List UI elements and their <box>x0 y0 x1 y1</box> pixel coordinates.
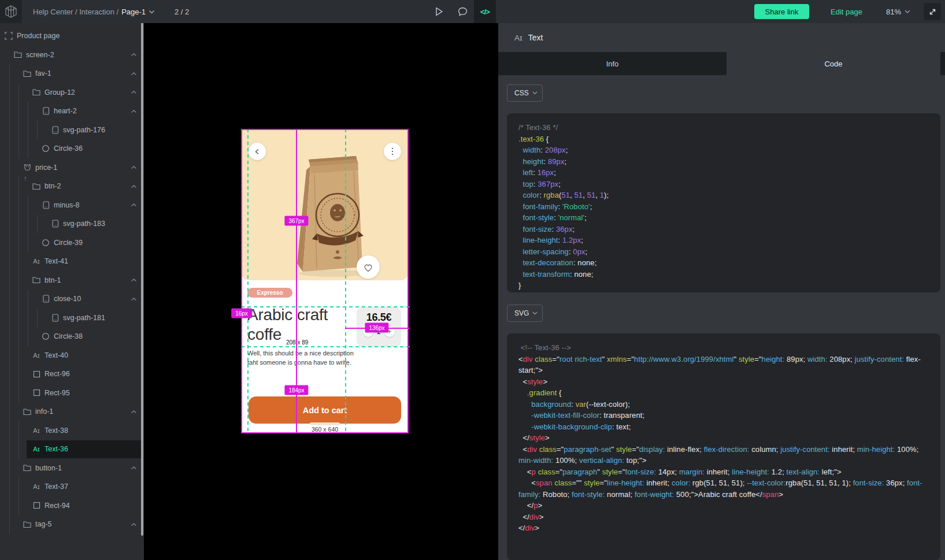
heart-icon <box>362 262 374 273</box>
code-line: -webkit-text-fill-color: transparent; <box>518 410 929 421</box>
indent-guide <box>9 196 10 215</box>
layer-row-close-10[interactable]: close-10 <box>0 290 144 309</box>
collapse-chevron-icon[interactable] <box>131 466 137 470</box>
layer-label: Group-12 <box>45 88 75 97</box>
layer-label: Text-37 <box>45 483 68 491</box>
layer-row-button-1[interactable]: button-1 <box>0 459 144 478</box>
collapse-chevron-icon[interactable] <box>131 203 137 207</box>
css-language-value: CSS <box>514 89 529 97</box>
layer-row-circle-36[interactable]: Circle-36 <box>0 139 144 158</box>
mask-layer-icon <box>23 164 31 172</box>
layer-label: svg-path-176 <box>63 126 105 134</box>
layer-row-btn-1[interactable]: btn-1 <box>0 271 144 290</box>
collapse-chevron-icon[interactable] <box>131 297 137 301</box>
code-line: } <box>518 280 929 291</box>
layer-row-rect-95[interactable]: Rect-95 <box>0 384 144 403</box>
code-line: width: 208px; <box>518 144 929 156</box>
css-code-block: /* Text-36 */.text-36 { width: 208px; he… <box>507 113 940 292</box>
collapse-chevron-icon[interactable] <box>131 53 137 57</box>
dot <box>392 148 394 150</box>
collapse-chevron-icon[interactable] <box>131 278 137 282</box>
app-logo[interactable] <box>0 0 22 23</box>
indent-guide <box>28 309 28 328</box>
edit-page-link[interactable]: Edit page <box>831 0 862 23</box>
indent-guide <box>9 477 10 496</box>
collapse-chevron-icon[interactable] <box>131 165 137 169</box>
layer-row-text-38[interactable]: AɪText-38 <box>0 421 144 440</box>
indent-guide <box>28 327 28 346</box>
zoom-level-control[interactable]: 81% <box>886 0 910 23</box>
layer-row-info-1[interactable]: info-1 <box>0 402 144 421</box>
collapse-chevron-icon[interactable] <box>131 72 137 76</box>
layer-label: Text-40 <box>45 351 68 359</box>
tab-code[interactable]: Code <box>727 52 940 75</box>
product-description: Well, this should be a nice description … <box>247 349 354 367</box>
layer-label: btn-2 <box>45 182 61 190</box>
layer-row-heart-2[interactable]: heart-2 <box>0 102 144 121</box>
layer-label: price-1 <box>35 164 57 172</box>
inspector-panel: Aɪ Text Info Code CSS /* Text-36 */.text… <box>498 23 945 560</box>
layers-scrollbar[interactable] <box>141 1 143 536</box>
collapse-chevron-icon[interactable] <box>131 90 137 94</box>
price-value: 16.5€ <box>366 311 392 324</box>
indent-guide <box>18 290 19 309</box>
layer-row-svg-path-181[interactable]: svg-path-181 <box>0 309 144 328</box>
collapse-chevron-icon[interactable] <box>131 522 137 526</box>
comment-button[interactable] <box>451 0 473 23</box>
code-line: .text-36 { <box>518 133 929 145</box>
circle-layer-icon <box>42 332 50 340</box>
code-line: <p class="paragraph" style="font-size: 1… <box>518 466 929 478</box>
selection-size-label: 208 x 89 <box>286 339 308 346</box>
collapse-chevron-icon[interactable] <box>131 410 137 414</box>
layer-row-circle-39[interactable]: Circle-39 <box>0 233 144 253</box>
fullscreen-button[interactable] <box>924 3 941 20</box>
css-language-select[interactable]: CSS <box>507 84 543 102</box>
code-line: <div class="root rich-text" xmlns="http:… <box>518 354 929 376</box>
layer-row-minus-8[interactable]: minus-8 <box>0 196 144 215</box>
layer-row-product page[interactable]: Product page <box>0 27 144 46</box>
indent-guide <box>9 440 10 459</box>
product-screen-frame[interactable]: Expresso Arabic craft coffe 208 x 89 Wel… <box>241 129 409 433</box>
layer-row-rect-96[interactable]: Rect-96 <box>0 365 144 384</box>
indent-guide <box>28 139 28 158</box>
indent-guide <box>9 102 10 121</box>
code-mode-button[interactable]: </> <box>474 0 496 23</box>
inspector-tabs: Info Code <box>498 52 945 75</box>
layer-row-circle-38[interactable]: Circle-38 <box>0 327 144 346</box>
plus-button: + <box>384 327 395 337</box>
collapse-chevron-icon[interactable] <box>131 184 137 188</box>
layer-row-svg-path-176[interactable]: svg-path-176 <box>0 121 144 140</box>
layer-row-text-41[interactable]: AɪText-41 <box>0 252 144 271</box>
layer-row-screen-2[interactable]: screen-2 <box>0 46 144 65</box>
collapse-chevron-icon[interactable] <box>131 109 137 113</box>
breadcrumb[interactable]: Help Center / Interaction / Page-1 <box>33 0 155 23</box>
indent-guide <box>9 309 10 328</box>
share-link-button[interactable]: Share link <box>754 4 809 19</box>
layer-row-text-37[interactable]: AɪText-37 <box>0 477 144 496</box>
page-indicator: 2 / 2 <box>175 0 189 23</box>
indent-guide <box>9 271 10 290</box>
layer-row-text-36[interactable]: AɪText-36 <box>0 440 144 459</box>
folder-layer-icon <box>23 520 31 528</box>
layer-row-price-1[interactable]: price-1 <box>0 158 144 177</box>
layer-row-svg-path-183[interactable]: svg-path-183 <box>0 214 144 233</box>
design-canvas[interactable]: Expresso Arabic craft coffe 208 x 89 Wel… <box>144 23 498 560</box>
layer-row-fav-1[interactable]: fav-1 <box>0 64 144 83</box>
selected-element-type: Text <box>528 33 543 42</box>
layer-row-text-40[interactable]: AɪText-40 <box>0 346 144 365</box>
add-to-cart-button: Add to cart <box>249 396 401 424</box>
indent-guide <box>9 139 10 158</box>
tab-info[interactable]: Info <box>498 52 727 75</box>
layer-row-btn-2[interactable]: btn-2 <box>0 177 144 196</box>
indent-guide <box>18 271 19 290</box>
code-line: font-style: 'normal'; <box>518 212 929 224</box>
svg-language-select[interactable]: SVG <box>507 305 543 322</box>
file-layer-icon <box>51 126 59 134</box>
play-button[interactable] <box>428 0 450 23</box>
zoom-level-value: 81% <box>886 8 901 16</box>
layer-row-group-12[interactable]: Group-12 <box>0 83 144 102</box>
layer-row-tag-5[interactable]: tag-5 <box>0 515 144 534</box>
layer-label: svg-path-181 <box>63 314 105 322</box>
more-options-button <box>384 143 401 160</box>
layer-row-rect-94[interactable]: Rect-94 <box>0 496 144 516</box>
